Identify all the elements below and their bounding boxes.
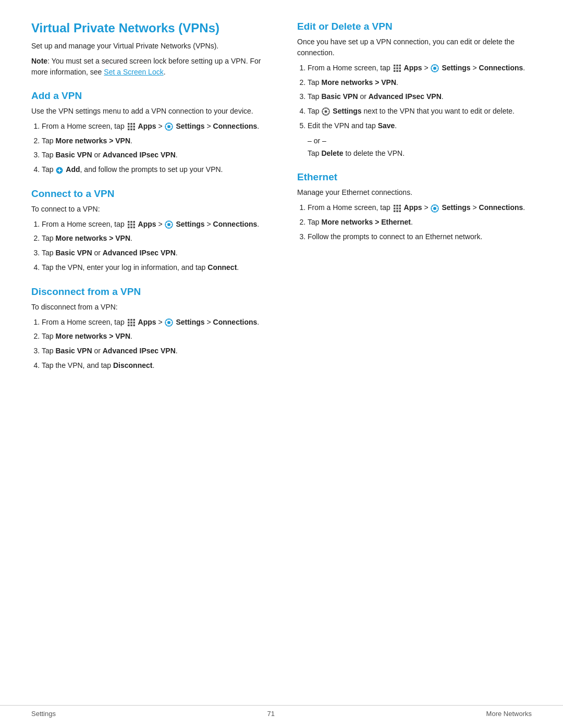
right-column: Edit or Delete a VPN Once you have set u…	[297, 21, 532, 376]
ethernet-title: Ethernet	[297, 171, 532, 183]
list-item: Tap Basic VPN or Advanced IPsec VPN.	[308, 91, 532, 103]
svg-rect-38	[399, 65, 401, 67]
settings-icon	[165, 122, 173, 131]
svg-rect-51	[399, 205, 401, 207]
svg-rect-29	[130, 322, 132, 324]
svg-rect-2	[133, 123, 135, 125]
list-item: Tap More networks > VPN.	[42, 331, 266, 342]
svg-point-24	[167, 223, 170, 226]
svg-rect-19	[133, 224, 135, 226]
list-item: Tap the VPN, enter your log in informati…	[42, 262, 266, 274]
list-item: Tap More networks > VPN.	[42, 135, 266, 147]
svg-rect-37	[396, 65, 398, 67]
footer-center: 71	[267, 710, 275, 718]
connect-vpn-steps: From a Home screen, tap	[42, 219, 266, 274]
svg-rect-16	[133, 221, 135, 223]
svg-rect-41	[399, 68, 401, 70]
svg-rect-31	[128, 324, 130, 326]
list-item: Tap More networks > VPN.	[308, 77, 532, 89]
svg-rect-20	[128, 227, 130, 229]
list-item: Tap the VPN, and tap Disconnect.	[42, 360, 266, 372]
note-label: Note	[31, 57, 47, 65]
svg-point-59	[433, 207, 436, 210]
svg-rect-33	[133, 324, 135, 326]
svg-rect-39	[394, 68, 396, 70]
disconnect-vpn-title: Disconnect from a VPN	[31, 286, 266, 298]
svg-point-48	[325, 110, 327, 113]
add-vpn-intro: Use the VPN settings menu to add a VPN c…	[31, 106, 266, 117]
svg-rect-15	[130, 221, 132, 223]
footer-left: Settings	[31, 710, 56, 718]
list-item: Tap Add, and follow the prompts to set u…	[42, 164, 266, 176]
svg-rect-50	[396, 205, 398, 207]
svg-rect-3	[128, 126, 130, 128]
svg-rect-7	[130, 129, 132, 131]
ethernet-intro: Manage your Ethernet connections.	[297, 187, 532, 198]
note-link[interactable]: Set a Screen Lock	[104, 68, 163, 76]
disconnect-vpn-intro: To disconnect from a VPN:	[31, 302, 266, 313]
svg-rect-30	[133, 322, 135, 324]
settings-icon	[431, 64, 439, 72]
settings-label: Settings	[176, 122, 204, 130]
svg-rect-43	[396, 70, 398, 72]
list-item: Tap Basic VPN or Advanced IPsec VPN.	[42, 248, 266, 259]
list-item: From a Home screen, tap	[42, 121, 266, 132]
svg-rect-54	[399, 207, 401, 209]
svg-point-10	[167, 125, 170, 128]
svg-rect-5	[133, 126, 135, 128]
svg-rect-55	[394, 210, 396, 212]
svg-rect-40	[396, 68, 398, 70]
connect-vpn-title: Connect to a VPN	[31, 188, 266, 200]
apps-icon	[393, 64, 401, 72]
footer-right: More Networks	[486, 710, 532, 718]
settings-icon	[165, 220, 173, 229]
svg-point-35	[167, 321, 170, 324]
or-line: – or –	[308, 137, 532, 145]
page-title: Virtual Private Networks (VPNs)	[31, 21, 266, 35]
left-column: Virtual Private Networks (VPNs) Set up a…	[31, 21, 266, 376]
list-item: From a Home screen, tap	[42, 219, 266, 230]
list-item: Tap More networks > VPN.	[42, 233, 266, 244]
svg-rect-25	[128, 319, 130, 321]
svg-rect-56	[396, 210, 398, 212]
list-item: From a Home screen, tap	[308, 202, 532, 214]
list-item: Tap More networks > Ethernet.	[308, 217, 532, 228]
svg-rect-36	[394, 65, 396, 67]
svg-rect-53	[396, 207, 398, 209]
svg-rect-1	[130, 123, 132, 125]
svg-rect-17	[128, 224, 130, 226]
settings-icon	[431, 204, 439, 213]
connect-vpn-intro: To connect to a VPN:	[31, 204, 266, 215]
svg-rect-28	[128, 322, 130, 324]
apps-icon	[127, 122, 136, 131]
svg-rect-42	[394, 70, 396, 72]
gear-icon	[322, 107, 330, 116]
edit-vpn-steps: From a Home screen, tap	[308, 63, 532, 131]
connections-label: Connections	[213, 122, 258, 130]
add-vpn-title: Add a VPN	[31, 90, 266, 102]
svg-point-46	[433, 67, 436, 70]
svg-rect-0	[128, 123, 130, 125]
svg-rect-14	[128, 221, 130, 223]
svg-rect-18	[130, 224, 132, 226]
note-end: .	[164, 68, 166, 76]
list-item: Tap Settings next to the VPN that you wa…	[308, 106, 532, 117]
svg-rect-22	[133, 227, 135, 229]
apps-icon	[393, 204, 401, 213]
svg-rect-49	[394, 205, 396, 207]
list-item: From a Home screen, tap	[42, 317, 266, 328]
svg-rect-57	[399, 210, 401, 212]
list-item: Edit the VPN and tap Save.	[308, 120, 532, 132]
svg-rect-4	[130, 126, 132, 128]
svg-rect-44	[399, 70, 401, 72]
list-item: Follow the prompts to connect to an Ethe…	[308, 231, 532, 243]
ethernet-steps: From a Home screen, tap	[308, 202, 532, 242]
apps-icon	[127, 318, 136, 327]
add-icon	[56, 166, 63, 174]
note-block: Note: You must set a secured screen lock…	[31, 56, 266, 78]
list-item: From a Home screen, tap	[308, 63, 532, 74]
add-vpn-steps: From a Home screen, tap	[42, 121, 266, 176]
svg-rect-21	[130, 227, 132, 229]
svg-rect-6	[128, 129, 130, 131]
svg-rect-27	[133, 319, 135, 321]
